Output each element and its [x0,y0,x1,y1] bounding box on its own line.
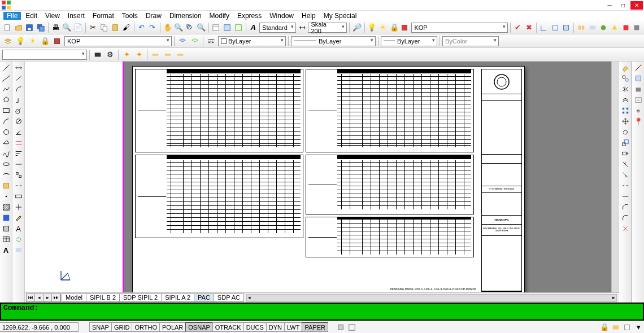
polygon-icon[interactable] [1,95,11,105]
dim-edit-icon[interactable] [14,213,24,223]
properties-icon[interactable] [211,22,221,33]
find-icon[interactable]: 🔎 [352,22,362,33]
mirror-icon[interactable] [620,84,630,94]
annoscale-combo[interactable] [2,50,87,60]
linetype-combo[interactable]: ByLayer [291,36,376,46]
tab-sdpsipil2[interactable]: SDP SIPIL 2 [119,293,162,302]
massprops-icon[interactable] [633,84,643,94]
et-3-icon[interactable] [598,22,608,33]
anno1-icon[interactable] [92,49,103,60]
et-4-icon[interactable] [610,22,620,33]
open-icon[interactable] [14,22,24,33]
model-icon[interactable] [335,322,346,333]
anno2-icon[interactable]: ⚙ [105,49,116,60]
textstyle-icon[interactable]: A [248,22,258,33]
layerstate-icon[interactable] [177,36,188,47]
dim-baseline-icon[interactable] [14,148,24,159]
dyn-toggle[interactable]: DYN [266,322,285,332]
layer-combo[interactable]: KOP [64,36,172,46]
ducs-toggle[interactable]: DUCS [243,322,267,332]
status-clean-icon[interactable] [621,322,633,333]
tab-sipila2[interactable]: SIPIL A 2 [161,293,194,302]
stretch-icon[interactable] [620,148,630,159]
dimstyle-icon[interactable] [14,245,24,255]
otrack-toggle[interactable]: OTRACK [212,322,244,332]
menu-window[interactable]: Window [266,12,297,20]
zoom-prev-icon[interactable]: 🔍 [196,22,206,33]
anno6-icon[interactable] [162,49,173,60]
menu-format[interactable]: Format [89,12,118,20]
circle-icon[interactable] [1,127,11,137]
dim-ordinate-icon[interactable] [14,95,24,105]
maximize-vp-icon[interactable] [346,322,358,333]
tab-sdpac[interactable]: SDP AC [214,293,244,302]
fillet-icon[interactable] [620,213,630,223]
dimscale-icon[interactable] [297,22,307,33]
region-icon[interactable] [1,224,11,234]
et-6-icon[interactable] [632,22,642,33]
layer-color-icon[interactable] [52,36,63,47]
menu-modify[interactable]: Modify [206,12,233,20]
id-icon[interactable]: ⌖ [633,106,643,116]
break-icon[interactable] [620,181,630,191]
layer-bulb-icon[interactable]: 💡 [15,36,26,47]
tab-nav[interactable]: ⏮◂▸⏭ [26,293,61,302]
close-button[interactable]: ✕ [630,1,643,10]
toolpalette-icon[interactable] [233,22,243,33]
anno4-icon[interactable]: ✦ [133,49,145,60]
matchprop-icon[interactable]: 🖌 [121,22,132,33]
prop-x-icon[interactable]: ✖ [524,22,534,33]
table-icon[interactable] [1,234,11,244]
distance-icon[interactable] [633,63,643,73]
menu-draw[interactable]: Draw [142,12,165,20]
center-icon[interactable] [14,202,24,212]
designcenter-icon[interactable] [222,22,232,33]
status-chevron-icon[interactable]: ▾ [633,322,644,333]
dim-update-icon[interactable] [14,234,24,244]
menu-tools[interactable]: Tools [119,12,141,20]
linetype-icon[interactable] [206,36,217,47]
anno7-icon[interactable] [175,49,186,60]
arc-icon[interactable] [1,116,11,126]
grid-toggle[interactable]: GRID [111,322,133,332]
explode-icon[interactable] [620,224,630,234]
coords-readout[interactable]: 1269.622, -9.666 , 0.000 [0,322,79,332]
dim-tedit-icon[interactable]: A [14,224,24,234]
rotate-icon[interactable] [620,127,630,137]
status-layiso-icon[interactable] [610,322,621,333]
layer-sun-icon[interactable]: ☀ [378,22,388,33]
join-icon[interactable] [620,191,630,201]
et-1-icon[interactable] [576,22,586,33]
menu-myspecial[interactable]: My Special [320,12,360,20]
prop-red-icon[interactable]: ✔ [513,22,523,33]
paper-toggle[interactable]: PAPER [302,322,328,332]
canvas[interactable]: PT.CITRAMITRA TRIRENCANA TEKNIK SIPIL RE… [25,62,619,303]
dimscale-combo[interactable]: Skala 200 [308,23,347,33]
dim-aligned-icon[interactable] [14,73,24,84]
menu-help[interactable]: Help [298,12,319,20]
menu-express[interactable]: Express [234,12,265,20]
gradient-icon[interactable] [1,213,11,223]
print-icon[interactable]: 🖶 [51,22,61,33]
hatch-icon[interactable] [1,202,11,212]
dim-linear-icon[interactable] [14,63,24,73]
layer-combo-2[interactable]: KOP [411,23,507,33]
move-icon[interactable] [620,116,630,126]
command-line[interactable]: Command: [0,303,644,321]
scale-icon[interactable] [620,138,630,148]
et-5-icon[interactable] [621,22,631,33]
layer-manager-icon[interactable] [2,36,14,47]
status-lock-icon[interactable]: 🔒 [599,322,610,333]
rectangle-icon[interactable] [1,106,11,116]
scrollbar-h[interactable] [246,294,617,302]
dim-continue-icon[interactable] [14,159,24,169]
tab-pac[interactable]: PAC [194,293,214,302]
layermatch-icon[interactable] [189,36,201,47]
preview-icon[interactable]: 🔍 [62,22,72,33]
tab-model[interactable]: Model [62,293,86,302]
maximize-button[interactable]: □ [617,1,629,10]
dim-angular-icon[interactable] [14,127,24,137]
lwt-toggle[interactable]: LWT [284,322,302,332]
point-icon[interactable] [1,191,11,201]
array-icon[interactable] [620,106,630,116]
